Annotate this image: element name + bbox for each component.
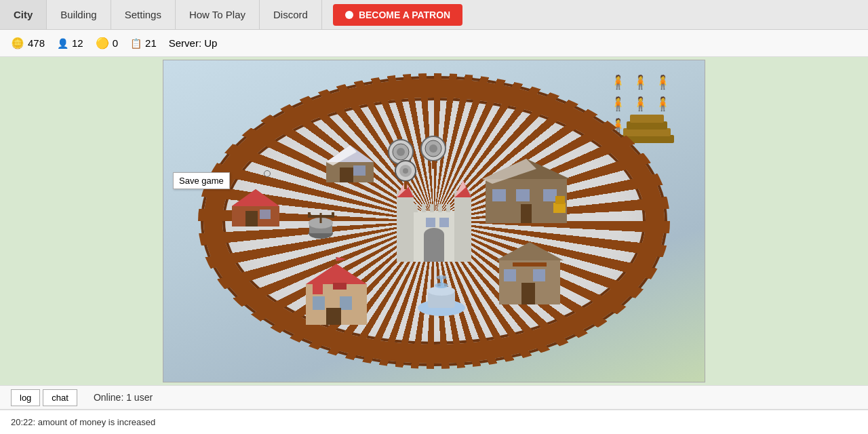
svg-rect-41 [438,204,442,212]
svg-rect-30 [397,197,414,262]
svg-rect-49 [426,218,435,227]
building-target-2[interactable] [420,135,447,169]
svg-marker-10 [232,189,279,206]
svg-rect-22 [313,284,323,294]
svg-marker-28 [336,257,347,261]
svg-rect-69 [521,204,532,223]
svg-rect-18 [308,212,311,218]
svg-rect-75 [533,269,545,281]
game-area[interactable]: 🧍 🧍 🧍 🧍 🧍 🧍 🧍 🧍 Save game [163,60,705,382]
log-area: 20:22: amount of money is increased 20:2… [0,410,868,434]
building-ruins[interactable] [299,257,374,332]
building-well[interactable] [302,210,340,247]
svg-rect-31 [454,197,471,262]
svg-rect-12 [260,210,271,219]
time-icon: 📋 [130,38,142,49]
svg-rect-58 [432,161,435,169]
building-house-snow[interactable] [319,128,380,189]
online-status: Online: 1 user [94,392,153,403]
save-game-tooltip[interactable]: Save game [173,172,230,189]
time-stat: 📋 21 [130,37,157,49]
svg-rect-7 [353,165,366,176]
time-value: 21 [145,37,157,49]
svg-rect-67 [516,189,530,201]
svg-rect-6 [340,167,353,182]
building-fountain[interactable] [414,264,469,318]
svg-rect-25 [340,296,352,310]
nav-city[interactable]: City [0,0,47,29]
svg-rect-74 [504,269,516,281]
svg-rect-26 [326,308,341,325]
building-shop[interactable] [496,237,564,304]
svg-rect-66 [492,189,506,201]
svg-rect-68 [543,189,557,201]
nav-building[interactable]: Building [47,0,111,29]
log-line-2: 20:22: amount of money is increased [11,430,857,434]
become-patron-button[interactable]: BECOME A PATRON [333,4,462,26]
coin-icon: 🟡 [96,37,109,50]
figure-3: 🧍 [654,74,671,90]
svg-rect-42 [446,204,450,212]
svg-rect-70 [553,203,566,213]
game-wrapper: 🧍 🧍 🧍 🧍 🧍 🧍 🧍 🧍 Save game [0,57,868,385]
svg-rect-38 [414,204,418,212]
svg-rect-39 [422,204,426,212]
marker [264,170,271,177]
coin-stat: 🟡 0 [96,37,118,50]
svg-rect-40 [430,204,434,212]
svg-rect-50 [439,218,449,227]
svg-point-57 [429,144,437,153]
building-house-red[interactable] [229,176,283,230]
figure-2: 🧍 [632,74,649,90]
population-value: 12 [72,37,83,49]
svg-rect-19 [332,212,334,218]
svg-point-61 [403,168,408,174]
patron-icon [345,11,353,19]
figure-1: 🧍 [610,74,627,90]
chat-tab-button[interactable]: chat [43,389,77,406]
server-status: Server: Up [169,37,218,49]
nav-discord[interactable]: Discord [260,0,322,29]
gold-value: 478 [28,37,45,49]
svg-rect-62 [404,181,407,189]
gold-stat: 🪙 478 [11,37,45,50]
svg-rect-3 [630,115,664,123]
status-bar: 🪙 478 👤 12 🟡 0 📋 21 Server: Up [0,30,868,57]
building-castle[interactable] [393,177,475,265]
svg-rect-23 [333,283,347,290]
svg-rect-76 [521,283,535,304]
nav-settings[interactable]: Settings [111,0,176,29]
population-stat: 👤 12 [57,37,83,49]
svg-point-83 [436,275,447,279]
svg-rect-77 [513,262,547,267]
svg-marker-21 [306,264,367,284]
nav-how-to-play[interactable]: How To Play [176,0,260,29]
svg-point-44 [424,228,444,241]
building-market[interactable] [482,155,570,223]
svg-rect-11 [245,211,258,226]
log-tab-button[interactable]: log [11,389,40,406]
figure-6: 🧍 [654,96,671,112]
svg-marker-73 [496,242,564,260]
figure-4: 🧍 [610,96,627,112]
building-target-3[interactable] [394,159,418,189]
figure-5: 🧍 [632,96,649,112]
bottom-tab-bar: log chat Online: 1 user [0,385,868,410]
svg-point-53 [397,148,405,156]
svg-rect-24 [313,296,325,310]
coin-value: 0 [113,37,118,49]
population-icon: 👤 [57,38,68,49]
log-line-1: 20:22: amount of money is increased [11,414,857,430]
svg-rect-71 [555,196,565,204]
navigation: City Building Settings How To Play Disco… [0,0,868,30]
gold-icon: 🪙 [11,37,24,50]
